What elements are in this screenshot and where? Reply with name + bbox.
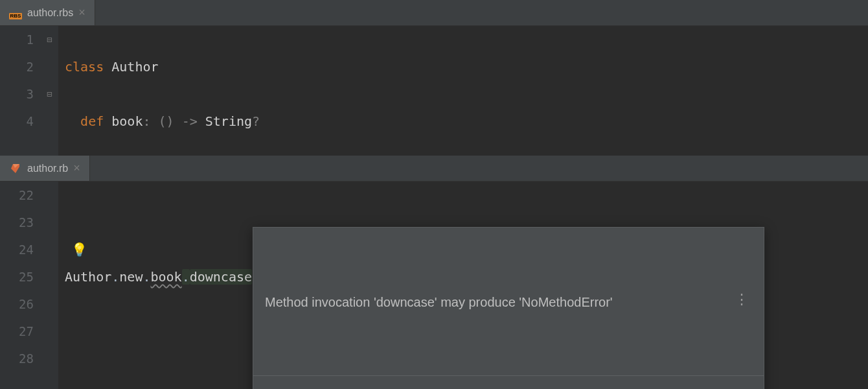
- tab-author-rb[interactable]: author.rb ×: [0, 156, 90, 181]
- fold-column: [45, 182, 58, 389]
- more-actions-icon[interactable]: ⋮: [732, 292, 752, 307]
- call-downcase: downcase: [190, 269, 252, 285]
- line-number: 27: [6, 318, 34, 345]
- line-number: 23: [6, 209, 34, 236]
- const: Author: [65, 269, 111, 285]
- tab-label: author.rb: [27, 163, 68, 174]
- call: new: [119, 269, 143, 285]
- line-number: 26: [6, 290, 34, 318]
- rbs-file-icon: RBS: [9, 6, 22, 19]
- code-area[interactable]: class Author def book: () -> String? end: [58, 26, 266, 156]
- class-name: Author: [111, 59, 158, 75]
- editor-pane-rbs[interactable]: 1 2 3 4 ⊟ ⊟ class Author def book: () ->…: [0, 26, 868, 156]
- method-name: book: [111, 113, 143, 129]
- signature: : () ->: [143, 113, 205, 129]
- close-icon[interactable]: ×: [78, 6, 86, 19]
- line-number: 1: [6, 26, 34, 53]
- tab-label: author.rbs: [27, 7, 73, 19]
- tab-author-rbs[interactable]: RBS author.rbs ×: [0, 0, 95, 25]
- close-icon[interactable]: ×: [73, 161, 80, 175]
- ruby-file-icon: [9, 162, 22, 175]
- fold-column: ⊟ ⊟: [45, 26, 58, 156]
- inspection-tooltip: Method invocation 'downcase' may produce…: [253, 227, 764, 389]
- return-type: String: [205, 113, 252, 129]
- dot: .: [182, 269, 190, 285]
- tooltip-message: Method invocation 'downcase' may produce…: [265, 292, 613, 312]
- gutter: 1 2 3 4: [0, 26, 45, 156]
- nilable: ?: [252, 113, 260, 129]
- fold-start-icon[interactable]: ⊟: [47, 26, 52, 53]
- line-number: 28: [6, 345, 34, 372]
- tab-bar-top: RBS author.rbs ×: [0, 0, 868, 26]
- separator: [253, 375, 764, 376]
- dot: .: [111, 269, 119, 285]
- intention-bulb-icon[interactable]: 💡: [71, 236, 87, 263]
- dot: .: [143, 269, 150, 285]
- line-number: 4: [6, 108, 34, 135]
- fold-end-icon[interactable]: ⊟: [47, 80, 52, 108]
- line-number: 2: [6, 53, 34, 80]
- line-number: 22: [6, 182, 34, 209]
- keyword: class: [65, 59, 104, 75]
- editor-pane-rb[interactable]: 22 23 24 25 26 27 28 Author.new.book.dow…: [0, 182, 868, 389]
- line-number: 3: [6, 80, 34, 108]
- code-area[interactable]: Author.new.book.downcase 💡 Method invoca…: [58, 182, 258, 389]
- call-book: book: [150, 269, 181, 285]
- gutter: 22 23 24 25 26 27 28: [0, 182, 45, 389]
- keyword: def: [80, 113, 104, 129]
- line-number: 25: [6, 263, 34, 290]
- line-number: 24: [6, 236, 34, 263]
